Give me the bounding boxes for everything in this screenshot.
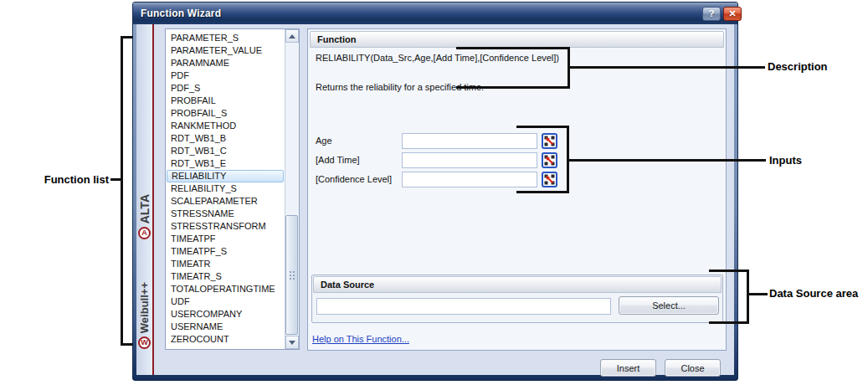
scroll-down-button[interactable] bbox=[285, 336, 299, 349]
titlebar-close-button[interactable]: ✕ bbox=[723, 7, 742, 21]
scrollbar[interactable] bbox=[285, 29, 299, 349]
cell-reference-icon bbox=[542, 133, 557, 149]
callout-line bbox=[709, 270, 749, 272]
list-item[interactable]: PARAMETER_VALUE bbox=[167, 44, 284, 57]
titlebar-help-button[interactable]: ? bbox=[702, 7, 721, 21]
annotation-function-list: Function list bbox=[30, 173, 109, 186]
list-item[interactable]: PARAMNAME bbox=[167, 57, 284, 69]
input-row-confidence-level: [Confidence Level] bbox=[316, 171, 557, 187]
tab-alta[interactable]: ALTA A bbox=[136, 194, 152, 239]
list-item[interactable]: SCALEPARAMETER bbox=[167, 195, 284, 208]
callout-line bbox=[747, 270, 749, 324]
annotation-data-source: Data Source area bbox=[769, 287, 858, 300]
function-wizard-dialog: Function Wizard ? ✕ ALTA A Weibull++ W P… bbox=[132, 2, 738, 381]
callout-line bbox=[456, 86, 570, 89]
list-item[interactable]: TIMEATR_S bbox=[167, 270, 284, 283]
callout-line bbox=[747, 293, 768, 295]
age-input[interactable] bbox=[402, 133, 537, 149]
function-panel: Function RELIABILITY(Data_Src,Age,[Add T… bbox=[307, 28, 727, 351]
input-row-age: Age bbox=[316, 132, 557, 149]
titlebar[interactable]: Function Wizard ? ✕ bbox=[133, 3, 737, 24]
list-item[interactable]: USERNAME bbox=[167, 321, 284, 333]
callout-line bbox=[709, 321, 749, 324]
cell-reference-icon bbox=[542, 172, 557, 187]
arrow-down-icon bbox=[289, 341, 295, 345]
arrow-up-icon bbox=[289, 34, 295, 38]
list-item[interactable]: RELIABILITY_S bbox=[167, 182, 284, 195]
list-item[interactable]: TIMEATR bbox=[167, 258, 284, 270]
callout-line bbox=[567, 159, 766, 162]
list-item[interactable]: PDF_S bbox=[167, 82, 284, 95]
callout-line bbox=[516, 126, 569, 128]
weibull-logo-icon: W bbox=[138, 336, 151, 349]
input-row-add-time: [Add Time] bbox=[316, 151, 557, 168]
close-icon: ✕ bbox=[728, 8, 736, 18]
list-item[interactable]: STRESSTRANSFORM bbox=[167, 220, 284, 233]
close-button[interactable]: Close bbox=[665, 359, 721, 377]
list-item[interactable]: PARAMETER_S bbox=[167, 32, 284, 44]
callout-line bbox=[121, 36, 123, 346]
data-source-input[interactable] bbox=[316, 298, 611, 315]
list-item[interactable]: ZEROCOUNT bbox=[167, 333, 284, 346]
dialog-client-area: ALTA A Weibull++ W PARAMETER_S PARAMETER… bbox=[136, 24, 734, 375]
list-item[interactable]: PROBFAIL bbox=[167, 95, 284, 107]
add-time-cell-reference-button[interactable] bbox=[542, 152, 557, 168]
add-time-label: [Add Time] bbox=[316, 155, 402, 165]
callout-line bbox=[568, 66, 765, 69]
list-item[interactable]: PDF bbox=[167, 69, 284, 82]
list-item[interactable]: UDF bbox=[167, 295, 284, 308]
list-item[interactable]: RANKMETHOD bbox=[167, 120, 284, 132]
function-list-items: PARAMETER_S PARAMETER_VALUE PARAMNAME PD… bbox=[167, 32, 284, 346]
insert-button[interactable]: Insert bbox=[600, 359, 656, 377]
cell-reference-icon bbox=[542, 152, 557, 168]
help-link[interactable]: Help on This Function... bbox=[312, 334, 409, 344]
add-time-input[interactable] bbox=[402, 152, 537, 168]
data-source-header: Data Source bbox=[313, 276, 722, 293]
list-item[interactable]: TIMEATPF bbox=[167, 233, 284, 245]
tab-weibull-label: Weibull++ bbox=[138, 282, 151, 333]
alta-logo-icon: A bbox=[138, 227, 151, 239]
age-cell-reference-button[interactable] bbox=[542, 133, 557, 149]
question-mark-icon: ? bbox=[709, 8, 715, 18]
scroll-up-button[interactable] bbox=[285, 29, 299, 43]
list-item[interactable]: RDT_WB1_C bbox=[167, 145, 284, 157]
age-label: Age bbox=[316, 136, 402, 146]
tab-alta-label: ALTA bbox=[138, 194, 152, 223]
callout-line bbox=[121, 343, 133, 346]
function-list: PARAMETER_S PARAMETER_VALUE PARAMNAME PD… bbox=[165, 28, 300, 350]
application-tabstrip: ALTA A Weibull++ W bbox=[136, 24, 154, 375]
list-item[interactable]: RDT_WB1_E bbox=[167, 157, 284, 170]
list-item[interactable]: PROBFAIL_S bbox=[167, 107, 284, 120]
confidence-level-cell-reference-button[interactable] bbox=[542, 172, 557, 187]
data-source-group: Data Source Select... bbox=[311, 275, 723, 323]
confidence-level-input[interactable] bbox=[402, 172, 537, 187]
scrollbar-thumb[interactable] bbox=[285, 215, 298, 335]
callout-line bbox=[121, 36, 133, 38]
confidence-level-label: [Confidence Level] bbox=[316, 174, 402, 184]
list-item[interactable]: TIMEATPF_S bbox=[167, 245, 284, 258]
function-panel-header: Function bbox=[310, 31, 724, 48]
list-item-selected[interactable]: RELIABILITY bbox=[167, 170, 284, 182]
window-title: Function Wizard bbox=[133, 8, 221, 19]
list-item[interactable]: RDT_WB1_B bbox=[167, 132, 284, 145]
tab-weibull[interactable]: Weibull++ W bbox=[136, 282, 152, 349]
callout-line bbox=[516, 191, 569, 193]
list-item[interactable]: USERCOMPANY bbox=[167, 308, 284, 321]
list-item[interactable]: TOTALOPERATINGTIME bbox=[167, 283, 284, 295]
function-signature: RELIABILITY(Data_Src,Age,[Add Time],[Con… bbox=[316, 53, 559, 63]
select-button[interactable]: Select... bbox=[619, 296, 719, 315]
list-item[interactable]: STRESSNAME bbox=[167, 208, 284, 220]
callout-line bbox=[456, 47, 570, 49]
screenshot-canvas: Function Wizard ? ✕ ALTA A Weibull++ W P… bbox=[0, 0, 868, 385]
annotation-inputs: Inputs bbox=[769, 154, 802, 167]
annotation-description: Description bbox=[768, 60, 828, 73]
